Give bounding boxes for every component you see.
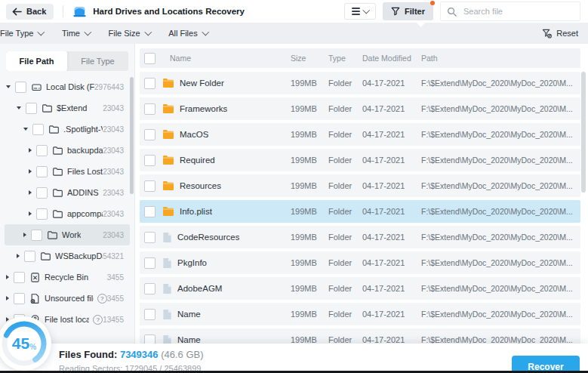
row-checkbox[interactable]: [144, 155, 155, 166]
view-menu-button[interactable]: [344, 3, 376, 20]
tree-caret-icon[interactable]: [29, 148, 32, 153]
search-box[interactable]: [440, 2, 580, 21]
tree-checkbox[interactable]: [14, 272, 25, 283]
tree-item-count: 23043: [103, 210, 124, 218]
help-icon[interactable]: ?: [97, 294, 107, 304]
table-row-resources[interactable]: Resources199MBFolder04-17-2021F:\$Extend…: [140, 174, 580, 197]
file-path: F:\$Extend\MyDoc_2020\MyDoc_2020\M...: [421, 181, 580, 190]
reset-label: Reset: [556, 29, 578, 38]
file-name: Required: [180, 156, 215, 165]
row-checkbox[interactable]: [144, 309, 155, 320]
chevron-down-icon: [202, 29, 208, 35]
file-type: Folder: [328, 130, 362, 139]
filter-button[interactable]: Filter: [383, 2, 433, 20]
column-header-name: Name: [159, 54, 291, 63]
tree-checkbox[interactable]: [31, 230, 42, 241]
tree-caret-icon[interactable]: [6, 296, 9, 301]
tree-checkbox[interactable]: [36, 208, 48, 220]
folder-filled-icon: [162, 155, 174, 165]
row-checkbox[interactable]: [144, 180, 155, 192]
file-type: Folder: [328, 284, 362, 293]
reset-button[interactable]: Reset: [542, 29, 578, 39]
tree-item-backupdata[interactable]: backupdata23043: [5, 140, 130, 161]
row-checkbox[interactable]: [144, 232, 155, 243]
tree-item-files-lost-origi[interactable]: Files Lost Origi...23043: [5, 161, 130, 182]
tree-caret-icon[interactable]: [6, 85, 11, 88]
tree-caret-icon[interactable]: [23, 233, 26, 237]
tree-item-recycle-bin[interactable]: Recycle Bin3455: [5, 267, 130, 288]
tree-item-work[interactable]: Work23043: [5, 224, 130, 245]
file-size: 199MB: [291, 310, 328, 319]
tree-item-count: 3455: [107, 294, 124, 303]
tree-caret-icon[interactable]: [6, 275, 9, 279]
table-row-name[interactable]: Name199MBFolder04-17-2021F:\$Extend\MyDo…: [140, 328, 580, 344]
tree-item-count: 23043: [103, 146, 124, 155]
tree-item-addins[interactable]: ADDINS23043: [5, 182, 130, 203]
help-icon[interactable]: ?: [93, 315, 103, 325]
select-all-checkbox[interactable]: [144, 53, 155, 64]
tree-checkbox[interactable]: [36, 187, 48, 199]
file-path: F:\$Extend\MyDoc_2020\MyDoc_2020\M...: [421, 104, 580, 113]
file-icon: [162, 283, 172, 294]
row-checkbox[interactable]: [144, 103, 155, 115]
tree-item-local-disk-f[interactable]: Local Disk (F:)2976443: [5, 76, 130, 97]
tree-checkbox[interactable]: [26, 103, 37, 114]
file-name: MacOS: [180, 130, 208, 139]
tree-item-wsbackupdata[interactable]: WSBackupData54321: [5, 245, 130, 267]
tree-caret-icon[interactable]: [29, 190, 32, 195]
file-name: Name: [177, 310, 201, 319]
progress-badge: 45 %: [0, 316, 51, 371]
tab-file-type[interactable]: File Type: [67, 51, 128, 71]
tree-checkbox[interactable]: [32, 124, 44, 135]
table-row-frameworks[interactable]: Frameworks199MBFolder04-17-2021F:\$Exten…: [140, 97, 580, 120]
folder-filled-icon: [162, 129, 174, 140]
tree-checkbox[interactable]: [24, 251, 35, 262]
row-checkbox[interactable]: [144, 206, 155, 217]
tree-item-unsourced-files[interactable]: Unsourced files?3455: [5, 288, 130, 309]
column-header-path: Path: [421, 54, 580, 63]
file-name: Info.plist: [180, 207, 212, 216]
table-row-pkginfo[interactable]: PkgInfo199MBFolder04-17-2021F:\$Extend\M…: [140, 251, 580, 274]
tree-item-count: 54321: [103, 252, 124, 260]
row-checkbox[interactable]: [144, 129, 155, 140]
tree-item-count: 13455: [103, 316, 124, 324]
tree-caret-icon[interactable]: [29, 169, 32, 174]
back-button[interactable]: Back: [6, 4, 54, 20]
filter-item-all-files[interactable]: All Files: [168, 29, 208, 38]
file-size: 199MB: [291, 258, 328, 267]
tree-caret-icon[interactable]: [23, 128, 28, 131]
filter-item-file-size[interactable]: File Size: [108, 29, 150, 38]
tree-caret-icon[interactable]: [29, 211, 32, 216]
table-row-new-folder[interactable]: New Folder199MBFolder04-17-2021F:\$Exten…: [140, 72, 580, 94]
tree-item-spotlight-v10000[interactable]: .Spotlight-V10000...23043: [5, 119, 130, 140]
row-checkbox[interactable]: [144, 283, 155, 294]
table-row-coderesources[interactable]: CodeResources199MBFolder04-17-2021F:\$Ex…: [140, 226, 580, 248]
table-row-macos[interactable]: MacOS199MBFolder04-17-2021F:\$Extend\MyD…: [140, 123, 580, 146]
table-row-info-plist[interactable]: Info.plist199MBFolder04-17-2021F:\$Exten…: [140, 200, 580, 223]
tree-caret-icon[interactable]: [17, 254, 20, 258]
tree-checkbox[interactable]: [14, 293, 25, 304]
tree-item-label: ADDINS: [67, 188, 99, 197]
file-name: New Folder: [180, 79, 224, 88]
filter-item-time[interactable]: Time: [62, 29, 91, 38]
folder-icon: [52, 187, 63, 199]
sidebar-scrollbar[interactable]: [130, 77, 134, 194]
tab-file-path[interactable]: File Path: [6, 51, 67, 71]
row-checkbox[interactable]: [144, 334, 155, 344]
table-row-adobeagm[interactable]: AdobeAGM199MBFolder04-17-2021F:\$Extend\…: [140, 277, 580, 300]
row-checkbox[interactable]: [144, 257, 155, 269]
tree-item-appcompat[interactable]: appcompat23043: [5, 203, 130, 224]
table-row-name[interactable]: Name199MBFolder04-17-2021F:\$Extend\MyDo…: [140, 303, 580, 325]
file-date-modified: 04-17-2021: [362, 258, 421, 267]
filter-item-file-type[interactable]: File Type: [0, 29, 44, 38]
file-size: 199MB: [291, 207, 328, 216]
search-input[interactable]: [462, 6, 574, 17]
tree-checkbox[interactable]: [36, 145, 48, 156]
table-scrollbar[interactable]: [581, 72, 586, 193]
row-checkbox[interactable]: [144, 78, 155, 89]
tree-item-extend[interactable]: $Extend23043: [5, 97, 130, 119]
table-row-required[interactable]: Required199MBFolder04-17-2021F:\$Extend\…: [140, 149, 580, 171]
tree-checkbox[interactable]: [15, 82, 26, 93]
tree-caret-icon[interactable]: [17, 106, 21, 109]
tree-checkbox[interactable]: [36, 166, 48, 177]
